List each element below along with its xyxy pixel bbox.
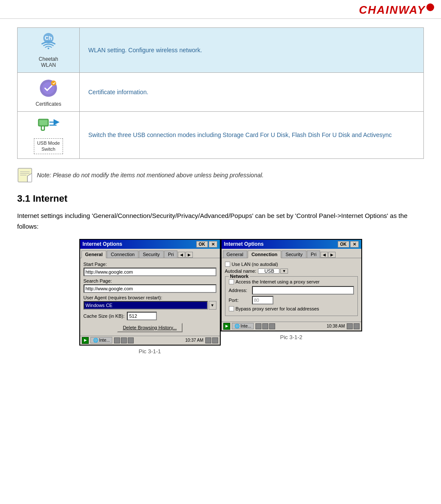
- table-row-usb: USB ModeSwitch Switch the three USB conn…: [18, 112, 423, 158]
- use-lan-row: Use LAN (no autodial): [225, 262, 358, 267]
- dialog2-taskbar-app-btn[interactable]: 🌐 Inte...: [232, 323, 254, 329]
- address-input[interactable]: [252, 286, 354, 295]
- dialog1-body: Start Page: Search Page: User Agent (req…: [80, 258, 220, 336]
- taskbar-icon-1: [114, 337, 120, 343]
- user-agent-field: User Agent (requires browser restart): W…: [84, 295, 216, 310]
- dialog1-titlebar: Internet Options OK ✕: [80, 240, 220, 249]
- proxy-checkbox[interactable]: [229, 279, 234, 284]
- user-agent-label: User Agent (requires browser restart):: [84, 295, 216, 300]
- dialog1-title-buttons: OK ✕: [196, 241, 217, 248]
- dialog1-ok-button[interactable]: OK: [196, 241, 208, 248]
- dialog1-tab-general[interactable]: General: [81, 251, 107, 258]
- note-section: Note: Please do not modify the items not…: [17, 167, 424, 183]
- cache-label: Cache Size (in KB):: [84, 313, 125, 319]
- dialog2-taskbar-icon-2: [262, 323, 268, 329]
- dialog1-time: 10:37 AM: [185, 338, 203, 343]
- autodial-dropdown-arrow[interactable]: ▼: [280, 268, 288, 274]
- dialog2-taskbar-icon-3: [269, 323, 275, 329]
- dialog1-tab-nav-left[interactable]: ◀: [178, 252, 185, 258]
- usb-mode-box: USB ModeSwitch: [34, 138, 63, 154]
- dialog2-tab-pri[interactable]: Pri: [307, 251, 320, 258]
- svg-rect-7: [39, 120, 48, 125]
- taskbar-right-icons: [205, 337, 218, 343]
- port-input[interactable]: [252, 296, 273, 304]
- dialog2-tab-nav-right[interactable]: ▶: [328, 252, 336, 258]
- dialog1-close-button[interactable]: ✕: [209, 241, 217, 248]
- screenshots-container: Internet Options OK ✕ General Connection…: [0, 239, 441, 355]
- table-row-certificates: Certificates Certificate information.: [18, 73, 423, 112]
- dialog2-tabs: General Connection Security Pri ◀ ▶: [222, 249, 361, 258]
- start-page-field: Start Page:: [84, 262, 216, 276]
- address-row: Address:: [229, 286, 354, 295]
- dialog1-tab-nav-right[interactable]: ▶: [186, 252, 193, 258]
- start-icon[interactable]: ▶: [82, 337, 89, 344]
- proxy-label: Access the Internet using a proxy server: [236, 279, 320, 284]
- wlan-label: CheetahWLAN: [39, 56, 58, 68]
- cache-input[interactable]: [127, 312, 157, 320]
- autodial-row: Autodial name: USB ▼: [225, 268, 358, 274]
- dialog2-time: 10:38 AM: [327, 324, 345, 328]
- search-page-label: Search Page:: [84, 278, 216, 283]
- use-lan-checkbox[interactable]: [225, 262, 230, 267]
- port-label: Port:: [229, 298, 250, 303]
- feature-table: Ch CheetahWLAN WLAN setting. Configure w…: [17, 27, 424, 158]
- dialog1-tab-security[interactable]: Security: [139, 251, 164, 258]
- dialog1-tab-pri[interactable]: Pri: [164, 251, 177, 258]
- cache-size-field: Cache Size (in KB):: [84, 312, 216, 320]
- user-agent-select-row: Windows CE ▼: [84, 301, 216, 310]
- certificates-icon-cell: Certificates: [18, 73, 80, 111]
- dialog2-tab-connection[interactable]: Connection: [248, 251, 282, 258]
- note-icon: [17, 167, 33, 183]
- port-row: Port:: [229, 296, 354, 304]
- address-label: Address:: [229, 288, 250, 293]
- logo-text: CHAINWAY: [359, 3, 426, 16]
- taskbar-right-icon-1: [205, 337, 211, 343]
- wlan-description: WLAN setting. Configure wireless network…: [80, 28, 423, 72]
- dialog2-tab-nav-left[interactable]: ◀: [321, 252, 328, 258]
- bypass-label: Bypass proxy server for local addresses: [236, 306, 319, 311]
- dialog1-tab-connection[interactable]: Connection: [107, 251, 138, 258]
- taskbar-app-label: Inte...: [99, 338, 110, 343]
- table-row-wlan: Ch CheetahWLAN WLAN setting. Configure w…: [18, 28, 423, 73]
- dialog2-title-buttons: OK ✕: [338, 241, 359, 248]
- search-page-input[interactable]: [84, 284, 216, 293]
- dialog2-taskbar-app-label: Inte...: [240, 324, 251, 328]
- certificates-description: Certificate information.: [80, 73, 423, 111]
- dialog2-right-icon-2: [354, 323, 360, 329]
- section-heading: 3.1 Internet: [17, 193, 424, 204]
- dialog2-right-icon-1: [347, 323, 353, 329]
- taskbar-icon-2: [121, 337, 127, 343]
- dialog2-taskbar: ▶ 🌐 Inte... 10:38 AM: [222, 322, 361, 331]
- bypass-checkbox[interactable]: [229, 306, 234, 311]
- dialog2-title: Internet Options: [224, 241, 264, 247]
- start-page-label: Start Page:: [84, 262, 216, 267]
- wlan-icon-cell: Ch CheetahWLAN: [18, 28, 80, 72]
- screenshot-2: Internet Options OK ✕ General Connection…: [221, 239, 362, 355]
- caption-1: Pic 3-1-1: [138, 348, 161, 355]
- bypass-row: Bypass proxy server for local addresses: [229, 306, 354, 311]
- svg-text:Ch: Ch: [45, 35, 52, 41]
- dialog2-taskbar-status-icons: [255, 323, 275, 329]
- autodial-label: Autodial name:: [225, 268, 256, 274]
- dialog2-start-icon[interactable]: ▶: [223, 323, 230, 330]
- svg-point-2: [48, 48, 49, 49]
- usb-mode-label: USB ModeSwitch: [37, 140, 60, 152]
- start-page-input[interactable]: [84, 268, 216, 276]
- dialog2-taskbar-icon-1: [255, 323, 261, 329]
- dialog1-tabs: General Connection Security Pri ◀ ▶: [80, 249, 220, 258]
- trademark-icon: [426, 3, 434, 11]
- user-agent-dropdown-arrow[interactable]: ▼: [209, 301, 216, 310]
- user-agent-value[interactable]: Windows CE: [84, 301, 208, 310]
- dialog2-tab-general[interactable]: General: [223, 251, 247, 258]
- use-lan-label: Use LAN (no autodial): [232, 262, 278, 267]
- dialog2-tab-security[interactable]: Security: [282, 251, 306, 258]
- taskbar-status-icons: [114, 337, 134, 343]
- dialog2-ok-button[interactable]: OK: [338, 241, 349, 248]
- dialog2-close-button[interactable]: ✕: [350, 241, 359, 248]
- certificates-icon: [37, 77, 60, 99]
- taskbar-app-btn[interactable]: 🌐 Inte...: [90, 337, 113, 343]
- delete-browsing-button[interactable]: Delete Browsing History...: [117, 323, 183, 332]
- taskbar-icon-3: [128, 337, 134, 343]
- autodial-value-display: USB: [258, 268, 279, 274]
- taskbar-right-icon-2: [212, 337, 218, 343]
